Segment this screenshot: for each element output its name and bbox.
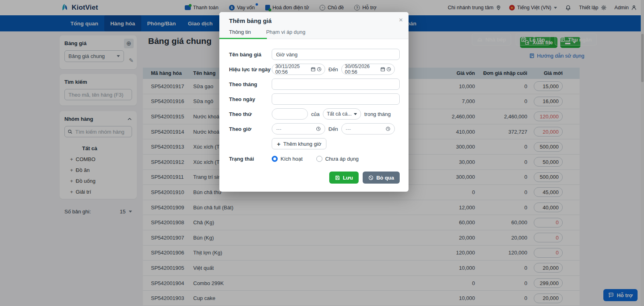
status-label: Trạng thái bbox=[229, 156, 272, 162]
effective-to-input[interactable]: 30/05/2026 00:56 bbox=[341, 64, 395, 75]
modal-tab[interactable]: Phạm vi áp dụng bbox=[266, 29, 305, 39]
by-hour-label: Theo giờ bbox=[229, 126, 272, 132]
active-tab-underline bbox=[219, 38, 267, 39]
hour-to-input[interactable]: --- bbox=[341, 123, 395, 134]
modal-body: Tên bảng giá Giờ vàng Hiệu lực từ ngày 3… bbox=[219, 39, 409, 192]
close-icon[interactable] bbox=[399, 17, 403, 23]
ban-icon bbox=[368, 175, 374, 180]
clock-icon[interactable] bbox=[317, 67, 322, 72]
status-options: Kích hoạt Chưa áp dụng bbox=[272, 156, 400, 162]
status-radio[interactable]: Chưa áp dụng bbox=[316, 156, 359, 162]
price-list-name-input[interactable]: Giờ vàng bbox=[272, 49, 400, 60]
plus-icon bbox=[277, 141, 281, 147]
of-label: của bbox=[311, 111, 320, 117]
add-time-slot-button[interactable]: Thêm khung giờ bbox=[272, 138, 326, 149]
modal-footer: Lưu Bỏ qua bbox=[229, 172, 400, 184]
clock-icon[interactable] bbox=[386, 67, 391, 72]
modal-title: Thêm bảng giá bbox=[229, 17, 400, 24]
add-price-list-modal: Thêm bảng giá Thông tin Phạm vi áp dụng … bbox=[219, 12, 409, 192]
hour-from-input[interactable]: --- bbox=[272, 123, 325, 134]
effective-date-label: Hiệu lực từ ngày bbox=[229, 66, 272, 72]
radio-icon bbox=[272, 156, 278, 162]
weekday-input[interactable] bbox=[272, 108, 308, 120]
to-label: Đến bbox=[328, 126, 338, 132]
effective-from-input[interactable]: 30/11/2025 00:56 bbox=[272, 64, 325, 75]
save-button[interactable]: Lưu bbox=[329, 172, 359, 184]
calendar-icon[interactable] bbox=[311, 67, 316, 72]
name-label: Tên bảng giá bbox=[229, 52, 272, 58]
modal-tab[interactable]: Thông tin bbox=[229, 29, 251, 39]
calendar-icon[interactable] bbox=[380, 67, 385, 72]
by-month-input[interactable] bbox=[272, 79, 400, 90]
clock-icon[interactable] bbox=[316, 126, 321, 131]
to-label: Đến bbox=[328, 66, 338, 72]
by-weekday-label: Theo thứ bbox=[229, 111, 272, 117]
cancel-button[interactable]: Bỏ qua bbox=[363, 172, 400, 184]
by-day-label: Theo ngày bbox=[229, 96, 272, 102]
by-day-input[interactable] bbox=[272, 93, 400, 105]
save-icon bbox=[335, 175, 340, 180]
clock-icon[interactable] bbox=[386, 126, 390, 131]
radio-icon bbox=[316, 156, 322, 162]
week-select[interactable]: Tất cả cá... bbox=[323, 108, 361, 120]
in-month-label: trong tháng bbox=[364, 111, 391, 117]
modal-header: Thêm bảng giá Thông tin Phạm vi áp dụng bbox=[219, 12, 409, 39]
status-radio[interactable]: Kích hoạt bbox=[272, 156, 303, 162]
by-month-label: Theo tháng bbox=[229, 81, 272, 87]
app: KiotViet Thanh toán Vay vốn Hoá đơn điện… bbox=[0, 0, 644, 306]
chevron-down-icon bbox=[354, 113, 357, 115]
modal-tabs: Thông tin Phạm vi áp dụng bbox=[229, 29, 400, 39]
